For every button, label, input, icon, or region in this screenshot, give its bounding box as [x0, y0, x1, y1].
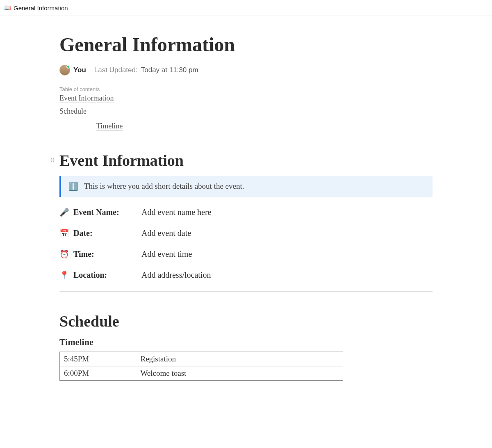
clock-icon: ⏰ — [59, 249, 68, 259]
microphone-icon: 🎤 — [59, 208, 68, 217]
toc: Event Information Schedule Timeline — [59, 94, 433, 135]
toc-link-event-information[interactable]: Event Information — [59, 94, 114, 103]
schedule-table[interactable]: 5:45PM Registation 6:00PM Welcome toast — [59, 352, 343, 381]
heading-event-information[interactable]: ⠿ Event Information — [59, 151, 433, 169]
updated-label: Last Updated: — [94, 66, 138, 74]
callout-text: This is where you add short details abou… — [84, 182, 244, 191]
drag-handle-icon[interactable]: ⠿ — [50, 157, 54, 164]
info-icon: ℹ️ — [68, 182, 78, 191]
detail-label: Time: — [73, 249, 94, 259]
page-title[interactable]: General Information — [59, 33, 433, 56]
detail-value[interactable]: Add event time — [141, 249, 192, 259]
detail-value[interactable]: Add event name here — [141, 208, 211, 217]
updated-value: Today at 11:30 pm — [141, 66, 198, 74]
document-body[interactable]: General Information You Last Updated: To… — [59, 16, 433, 397]
info-callout[interactable]: ℹ️ This is where you add short details a… — [59, 176, 433, 197]
presence-dot-icon — [66, 65, 70, 69]
table-row[interactable]: 5:45PM Registation — [60, 352, 343, 366]
heading-timeline[interactable]: Timeline — [59, 337, 433, 347]
event-details: 🎤 Event Name: Add event name here 📅 Date… — [59, 208, 433, 280]
toc-link-schedule[interactable]: Schedule — [59, 107, 87, 116]
detail-row-location[interactable]: 📍 Location: Add address/location — [59, 270, 433, 280]
breadcrumb[interactable]: 📖 General Information — [0, 0, 492, 16]
detail-value[interactable]: Add address/location — [141, 270, 211, 280]
toc-label: Table of contents — [59, 86, 433, 92]
detail-row-time[interactable]: ⏰ Time: Add event time — [59, 249, 433, 259]
avatar[interactable] — [59, 65, 70, 75]
divider — [59, 291, 433, 292]
breadcrumb-title: General Information — [14, 5, 68, 11]
detail-row-date[interactable]: 📅 Date: Add event date — [59, 229, 433, 238]
calendar-icon: 📅 — [59, 229, 68, 238]
heading-text: Event Information — [59, 152, 184, 169]
detail-row-name[interactable]: 🎤 Event Name: Add event name here — [59, 208, 433, 217]
cell-time[interactable]: 5:45PM — [60, 352, 136, 366]
pin-icon: 📍 — [59, 270, 68, 280]
toc-link-timeline[interactable]: Timeline — [96, 122, 123, 131]
table-row[interactable]: 6:00PM Welcome toast — [60, 366, 343, 381]
detail-label: Location: — [73, 270, 107, 280]
detail-label: Event Name: — [73, 208, 119, 217]
detail-value[interactable]: Add event date — [141, 229, 191, 238]
author-name[interactable]: You — [73, 66, 86, 74]
doc-meta: You Last Updated: Today at 11:30 pm — [59, 65, 433, 75]
cell-time[interactable]: 6:00PM — [60, 366, 136, 381]
cell-desc[interactable]: Welcome toast — [136, 366, 343, 381]
book-icon: 📖 — [3, 4, 11, 11]
detail-label: Date: — [73, 229, 93, 238]
cell-desc[interactable]: Registation — [136, 352, 343, 366]
heading-schedule[interactable]: Schedule — [59, 312, 433, 330]
